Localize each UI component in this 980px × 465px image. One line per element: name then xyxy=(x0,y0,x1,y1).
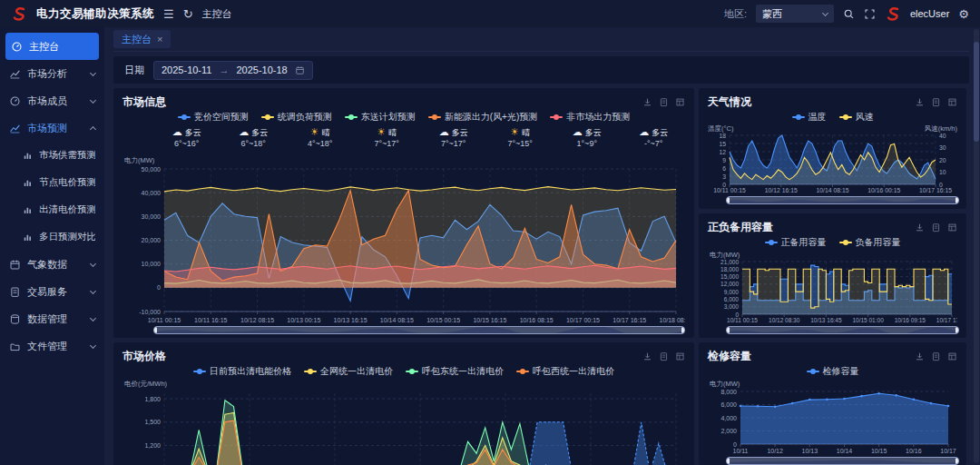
legend-item[interactable]: 温度 xyxy=(792,111,827,124)
download-icon[interactable] xyxy=(642,97,652,107)
table-view-icon[interactable] xyxy=(675,351,685,361)
legend-item[interactable]: 新能源出力(风+光)预测 xyxy=(428,111,538,124)
legend-item[interactable]: 检修容量 xyxy=(807,365,859,378)
sidebar-item-market-analysis[interactable]: 市场分析 xyxy=(0,60,104,87)
download-icon[interactable] xyxy=(642,351,652,361)
sidebar-item-clearing-price-forecast[interactable]: 出清电价预测 xyxy=(0,196,104,223)
svg-text:30,000: 30,000 xyxy=(142,213,162,220)
refresh-icon[interactable]: ↻ xyxy=(183,8,193,20)
legend-item[interactable]: 日前预出清电能价格 xyxy=(193,365,291,378)
weather-forecast-cell: ☀晴7°~17° xyxy=(354,125,421,154)
data-zoom-slider[interactable] xyxy=(726,326,959,334)
region-select-value: 蒙西 xyxy=(762,7,782,21)
data-zoom-slider[interactable] xyxy=(153,326,685,334)
tab-close-icon[interactable]: × xyxy=(157,34,162,45)
reserve-chart[interactable]: 03,0006,0009,00012,00015,00018,00021,000… xyxy=(706,259,957,324)
svg-text:10/16 00:15: 10/16 00:15 xyxy=(867,187,900,193)
download-icon[interactable] xyxy=(915,97,925,107)
legend-item[interactable]: 风速 xyxy=(839,111,874,124)
date-range-input[interactable]: 2025-10-11 → 2025-10-18 xyxy=(153,61,313,80)
chevron-up-icon xyxy=(90,126,96,133)
svg-text:10/14: 10/14 xyxy=(837,448,853,454)
svg-text:10,000: 10,000 xyxy=(142,261,162,267)
svg-text:2,000: 2,000 xyxy=(720,428,737,434)
sidebar-item-multiday-forecast-compare[interactable]: 多日预测对比 xyxy=(0,223,104,251)
data-zoom-slider[interactable] xyxy=(726,457,959,465)
export-document-icon[interactable] xyxy=(659,351,669,361)
bar-chart-icon xyxy=(23,178,33,188)
scrollbar-thumb[interactable] xyxy=(974,42,979,142)
page-scrollbar[interactable] xyxy=(974,29,979,463)
username[interactable]: elecUser xyxy=(910,8,949,19)
legend-item[interactable]: 竞价空间预测 xyxy=(178,111,249,124)
svg-text:10/15 00:15: 10/15 00:15 xyxy=(426,317,460,323)
svg-text:18: 18 xyxy=(719,133,726,139)
export-document-icon[interactable] xyxy=(931,223,941,232)
settings-gear-icon[interactable]: ⚙ xyxy=(958,8,969,20)
legend-item[interactable]: 统调负荷预测 xyxy=(261,111,332,124)
weather-forecast-cell: ☁多云6°~16° xyxy=(153,125,220,154)
svg-text:18,000: 18,000 xyxy=(720,266,739,272)
market-info-chart[interactable]: -10,000010,00020,00030,00040,00050,00010… xyxy=(122,164,685,324)
export-document-icon[interactable] xyxy=(931,97,941,107)
sidebar-item-data-management[interactable]: 数据管理 xyxy=(0,305,104,332)
export-document-icon[interactable] xyxy=(659,97,669,107)
table-view-icon[interactable] xyxy=(947,97,957,107)
legend-item[interactable]: 呼包东统一出清电价 xyxy=(406,365,504,378)
sidebar-item-dashboard[interactable]: 主控台 xyxy=(5,33,99,60)
svg-text:20,000: 20,000 xyxy=(142,237,162,243)
sidebar: 主控台 市场分析 市场成员 市场预测 市场供需预测 节点电价预测 出清电价预测 … xyxy=(0,27,104,465)
sidebar-item-file-management[interactable]: 文件管理 xyxy=(0,332,104,360)
sidebar-item-supply-demand-forecast[interactable]: 市场供需预测 xyxy=(0,142,104,169)
svg-text:10/15 16:15: 10/15 16:15 xyxy=(473,317,506,323)
legend-item[interactable]: 非市场出力预测 xyxy=(550,111,630,124)
panel-actions xyxy=(915,97,957,107)
svg-text:10/13 16:45: 10/13 16:45 xyxy=(810,317,842,323)
date-range-arrow: → xyxy=(219,64,229,75)
market-price-chart[interactable]: 9001,2001,5001,800 xyxy=(122,388,685,465)
svg-text:10/14 08:15: 10/14 08:15 xyxy=(380,317,414,323)
panel-title: 天气情况 xyxy=(708,94,751,110)
table-view-icon[interactable] xyxy=(947,351,957,361)
legend-item[interactable]: 东送计划预测 xyxy=(345,111,416,124)
panel-actions xyxy=(915,223,957,232)
download-icon[interactable] xyxy=(915,351,925,361)
table-view-icon[interactable] xyxy=(675,97,685,107)
svg-text:10/11 16:15: 10/11 16:15 xyxy=(194,317,228,323)
svg-text:10/17 16:15: 10/17 16:15 xyxy=(612,317,646,323)
svg-text:40: 40 xyxy=(939,133,946,139)
svg-text:1,500: 1,500 xyxy=(144,419,161,425)
legend-item[interactable]: 全网统一出清电价 xyxy=(304,365,393,378)
svg-text:10/18 08:15: 10/18 08:15 xyxy=(660,317,685,323)
menu-collapse-icon[interactable]: ☰ xyxy=(163,8,174,20)
svg-text:10/16: 10/16 xyxy=(906,448,922,454)
data-zoom-slider[interactable] xyxy=(726,196,959,204)
sidebar-item-node-price-forecast[interactable]: 节点电价预测 xyxy=(0,169,104,196)
legend-item[interactable]: 呼包西统一出清电价 xyxy=(516,365,614,378)
y-axis-name-left: 温度(°C) xyxy=(708,124,733,133)
sidebar-item-trading-services[interactable]: 交易服务 xyxy=(0,278,104,305)
sidebar-item-market-forecast[interactable]: 市场预测 xyxy=(0,114,104,142)
sidebar-item-meteorological-data[interactable]: 气象数据 xyxy=(0,251,104,278)
sun-icon: ☀ xyxy=(310,126,319,137)
market-price-panel: 市场价格 日前预出清电能价格全网统一出清电价呼包东统一出清电价呼包西统一出清电价… xyxy=(113,342,694,465)
weather-chart[interactable]: 036912151801020304010/11 00:1510/12 16:1… xyxy=(706,133,957,194)
search-icon[interactable] xyxy=(843,8,855,20)
sun-icon: ☀ xyxy=(377,126,386,137)
y-axis-name: 电力(MW) xyxy=(124,156,694,164)
tab-dashboard[interactable]: 主控台 × xyxy=(113,30,171,48)
svg-text:10/13: 10/13 xyxy=(802,448,818,454)
bar-chart-icon xyxy=(23,232,33,242)
maintenance-chart[interactable]: 02,0004,0006,0008,00010/1110/1210/1310/1… xyxy=(706,388,957,455)
region-select[interactable]: 蒙西 xyxy=(756,5,834,23)
panel-title: 检修容量 xyxy=(708,349,751,364)
export-document-icon[interactable] xyxy=(931,351,941,361)
svg-text:50,000: 50,000 xyxy=(142,166,162,173)
legend-item[interactable]: 正备用容量 xyxy=(765,236,827,249)
legend-item[interactable]: 负备用容量 xyxy=(839,236,901,249)
fullscreen-icon[interactable] xyxy=(864,8,876,20)
table-view-icon[interactable] xyxy=(947,223,957,232)
chart-legend: 竞价空间预测统调负荷预测东送计划预测新能源出力(风+光)预测非市场出力预测 xyxy=(113,111,694,124)
sidebar-item-market-members[interactable]: 市场成员 xyxy=(0,87,104,114)
download-icon[interactable] xyxy=(915,223,925,232)
